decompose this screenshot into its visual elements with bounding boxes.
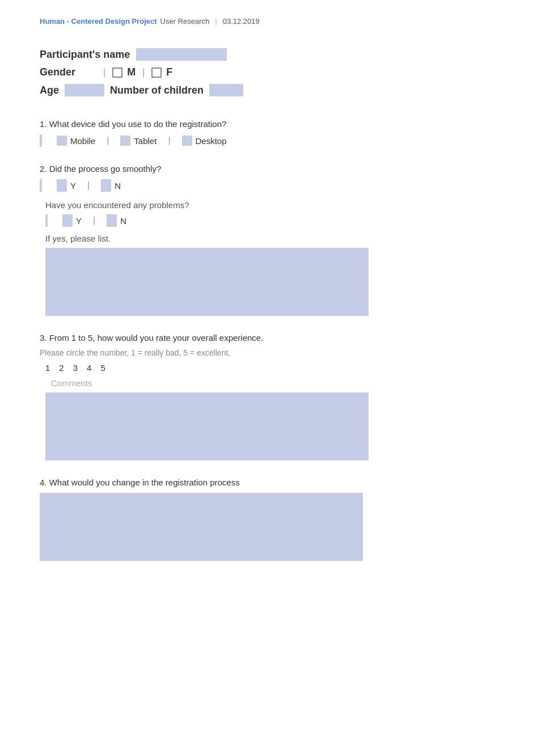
header-date: 03.12.2019 (223, 17, 260, 26)
mobile-label: Mobile (70, 136, 95, 146)
age-row: Age Number of children (40, 84, 493, 96)
tablet-checkbox[interactable] (120, 136, 130, 146)
question-1-options: Mobile | Tablet | Desktop (40, 134, 493, 147)
rating-3[interactable]: 3 (73, 363, 78, 373)
age-input[interactable] (65, 84, 104, 96)
num-children-label: Number of children (110, 85, 204, 96)
option-mobile: Mobile (57, 136, 95, 146)
gender-row: Gender | M | F (40, 66, 493, 78)
change-textarea[interactable] (40, 493, 363, 561)
q2-y-label: Y (70, 181, 76, 191)
brand-name: Human - Centered Design Project (40, 17, 157, 26)
sub-option-y: Y (62, 214, 82, 227)
question-1-text: 1. What device did you use to do the reg… (40, 119, 493, 129)
option-tablet: Tablet (120, 136, 156, 146)
gender-label: Gender (40, 66, 96, 78)
question-3-block: 3. From 1 to 5, how would you rate your … (40, 333, 493, 461)
problems-textarea[interactable] (45, 248, 369, 316)
desktop-checkbox[interactable] (182, 136, 192, 146)
rating-4[interactable]: 4 (87, 363, 91, 373)
q2-divider: | (87, 180, 90, 191)
if-yes-label: If yes, please list. (45, 234, 493, 243)
participant-section: Participant's name Gender | M | F Age Nu… (40, 48, 493, 96)
header-subtitle: User Research (160, 17, 210, 26)
if-yes-section: If yes, please list. (45, 234, 493, 316)
participant-name-label: Participant's name (40, 49, 130, 61)
question-4-block: 4. What would you change in the registra… (40, 478, 493, 561)
gender-f-checkbox[interactable] (151, 67, 162, 78)
option-n-1: N (101, 179, 121, 192)
sub-y-checkbox[interactable] (62, 214, 73, 227)
sub-y-label: Y (76, 216, 82, 226)
option-desktop: Desktop (182, 136, 227, 146)
mobile-checkbox[interactable] (57, 136, 67, 146)
rating-1[interactable]: 1 (45, 363, 50, 373)
question-3-text: 3. From 1 to 5, how would you rate your … (40, 333, 493, 343)
desktop-label: Desktop (196, 136, 227, 146)
question-2-block: 2. Did the process go smoothly? Y | N Ha… (40, 164, 493, 316)
rating-row: 1 2 3 4 5 (45, 363, 493, 373)
sub-option-n: N (107, 214, 126, 227)
q2-n-checkbox[interactable] (101, 179, 111, 192)
option-mobile-bar (40, 134, 42, 147)
age-label: Age (40, 85, 59, 96)
question-2-text: 2. Did the process go smoothly? (40, 164, 493, 174)
sub-question-text: Have you encountered any problems? (45, 200, 493, 210)
gender-m-checkbox[interactable] (112, 67, 122, 78)
participant-name-input[interactable] (136, 48, 227, 61)
q2-y-checkbox[interactable] (57, 179, 67, 192)
question-3-subtext: Please circle the number, 1 = really bad… (40, 348, 493, 357)
page-header: Human - Centered Design Project User Res… (40, 17, 493, 26)
sub-n-label: N (120, 216, 126, 226)
q2-bar-1 (40, 179, 42, 192)
participant-name-row: Participant's name (40, 48, 493, 61)
sub-question-options: Y | N (45, 214, 493, 227)
question-1-number: 1. What device did you use to do the reg… (40, 119, 226, 129)
option-y-1: Y (57, 179, 76, 192)
gender-divider-bar-2: | (142, 67, 145, 78)
gender-f-label: F (166, 66, 172, 78)
option-divider-2: | (168, 136, 170, 146)
questions-section: 1. What device did you use to do the reg… (40, 119, 493, 561)
option-divider-1: | (107, 136, 109, 146)
header-divider: | (215, 17, 217, 26)
comments-label: Comments (51, 378, 493, 388)
comments-textarea[interactable] (45, 392, 369, 461)
gender-m-label: M (127, 66, 136, 78)
sub-n-checkbox[interactable] (107, 214, 117, 227)
num-children-input[interactable] (209, 84, 243, 96)
comments-section: Comments (45, 378, 493, 461)
tablet-label: Tablet (134, 136, 156, 146)
question-1-block: 1. What device did you use to do the reg… (40, 119, 493, 147)
q2-n-label: N (115, 181, 121, 191)
question-4-text: 4. What would you change in the registra… (40, 478, 493, 487)
rating-2[interactable]: 2 (59, 363, 64, 373)
sub-question-problems: Have you encountered any problems? Y | N… (45, 200, 493, 316)
gender-divider-bar: | (103, 67, 105, 78)
sub-bar-1 (45, 214, 48, 227)
rating-5[interactable]: 5 (100, 363, 105, 373)
sub-divider: | (93, 216, 95, 226)
question-2-options: Y | N (40, 179, 493, 192)
